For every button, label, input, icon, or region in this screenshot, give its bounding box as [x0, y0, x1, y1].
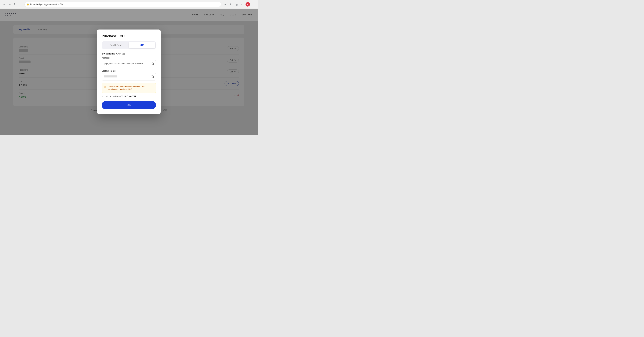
modal-title: Purchase LCC	[102, 34, 156, 38]
home-button[interactable]: ⌂	[18, 2, 23, 7]
svg-rect-1	[152, 76, 154, 78]
destination-tag-label: Destination Tag:	[102, 70, 156, 72]
extensions-button[interactable]: ▤	[234, 2, 239, 7]
address-label: Address:	[102, 57, 156, 59]
menu-button[interactable]: ⋮	[251, 2, 256, 7]
credit-info: You will be credited 0.13 LCC per XRP	[102, 95, 156, 98]
browser-nav-buttons: ← → ↻ ⌂	[2, 2, 23, 7]
bookmark-button[interactable]: ★	[223, 2, 228, 7]
browser-profile-button[interactable]: A	[246, 2, 250, 6]
page: LEDGER CITY GAME GALLERY FAQ BLOG CONTAC…	[0, 9, 258, 135]
tab-button[interactable]: □	[240, 2, 244, 7]
address-copy-field: rpqaQHvhvswYynLoqGpPwdbguKv7jnfYRe	[102, 60, 156, 68]
refresh-button[interactable]: ↻	[13, 2, 18, 7]
destination-tag-copy-field	[102, 73, 156, 80]
warning-bold: address and destination tag	[116, 85, 141, 87]
warning-prefix: Both the	[108, 85, 116, 87]
back-button[interactable]: ←	[2, 2, 7, 7]
browser-actions: ★ ⇓ ▤ □ A ⋮	[223, 2, 256, 7]
copy-destination-button[interactable]	[151, 75, 154, 79]
download-button[interactable]: ⇓	[228, 2, 233, 7]
warning-text: Both the address and destination tag are…	[108, 85, 154, 91]
lock-icon: 🔒	[27, 3, 29, 6]
copy-address-button[interactable]	[151, 62, 154, 66]
purchase-modal: Purchase LCC Credit Card XRP By sending …	[97, 30, 161, 114]
destination-tag-value	[104, 76, 147, 78]
url-text: https://ledgercitygame.com/profile	[30, 3, 219, 6]
credit-info-bold: 0.13 LCC per XRP	[120, 95, 136, 98]
browser-chrome: ← → ↻ ⌂ 🔒 https://ledgercitygame.com/pro…	[0, 0, 258, 9]
address-bar[interactable]: 🔒 https://ledgercitygame.com/profile	[24, 2, 221, 7]
modal-overlay[interactable]: Purchase LCC Credit Card XRP By sending …	[0, 9, 258, 135]
xrp-subtitle: By sending XRP to:	[102, 52, 156, 55]
ok-button[interactable]: OK	[102, 101, 156, 109]
forward-button[interactable]: →	[8, 2, 12, 7]
address-value: rpqaQHvhvswYynLoqGpPwdbguKv7jnfYRe	[104, 62, 147, 65]
warning-icon: ⚠	[104, 85, 106, 91]
tab-xrp-button[interactable]: XRP	[129, 42, 155, 48]
credit-info-prefix: You will be credited	[102, 95, 120, 98]
warning-box: ⚠ Both the address and destination tag a…	[102, 83, 156, 93]
tab-switcher: Credit Card XRP	[102, 42, 156, 49]
tab-credit-card-button[interactable]: Credit Card	[102, 42, 129, 48]
svg-rect-0	[152, 63, 154, 65]
